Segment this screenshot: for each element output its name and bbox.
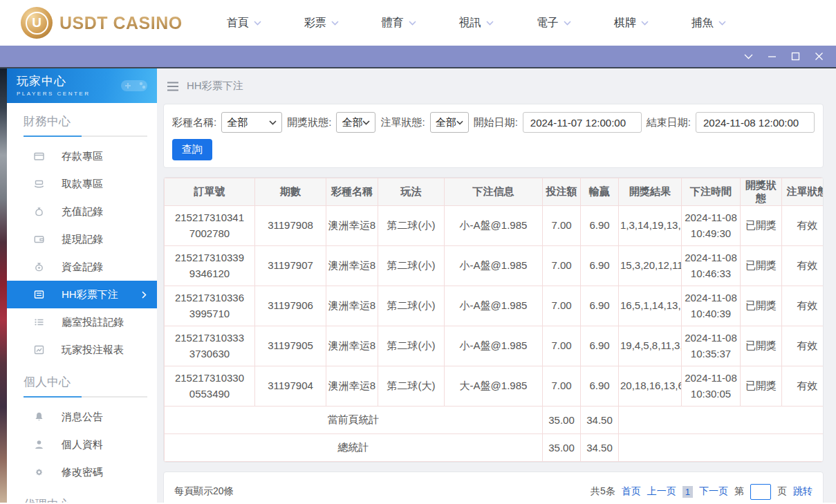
page-summary-winloss-total: 34.50	[581, 407, 619, 434]
start-date-input[interactable]	[523, 112, 642, 133]
window-minimize-button[interactable]	[765, 50, 778, 63]
table-cell: 小-A盤@1.985	[445, 326, 543, 366]
table-row: 215217310330055349031197904澳洲幸运8第二球(大)大-…	[165, 366, 824, 407]
table-cell: 15,3,20,12,11,10,6,5	[619, 246, 682, 286]
nav-item-fishing[interactable]: 捕魚	[691, 16, 726, 30]
bets-table-panel: 訂單號期數彩種名稱玩法下注信息投注額輸贏開獎結果下注時間開獎狀態注單狀態 215…	[163, 177, 824, 463]
table-cell: 31197908	[255, 206, 326, 246]
nav-item-home[interactable]: 首頁	[227, 16, 261, 30]
nav-item-sports[interactable]: 體育	[382, 16, 416, 30]
pagination-panel: 每頁顯示20條 共5条 首页 上一页 1 下一页 第 页 跳转	[163, 472, 824, 503]
wallet-icon	[33, 234, 46, 245]
nav-item-chess[interactable]: 棋牌	[614, 16, 649, 30]
next-page-link[interactable]: 下一页	[699, 485, 728, 498]
table-cell: 已開獎	[741, 366, 782, 407]
table-cell: 第二球(小)	[378, 246, 445, 286]
table-cell: 第二球(大)	[378, 366, 445, 407]
page-summary-label: 當前頁統計	[165, 407, 543, 434]
column-header: 開獎狀態	[741, 178, 782, 206]
search-button[interactable]: 查詢	[172, 139, 212, 160]
main-nav: 首頁 彩票 體育 視訊 電子 棋牌 捕魚	[227, 16, 726, 30]
chevron-down-icon	[409, 21, 416, 26]
chevron-down-icon	[744, 54, 753, 59]
nav-item-slots[interactable]: 電子	[537, 16, 571, 30]
chevron-down-icon	[254, 21, 261, 26]
brand-logo[interactable]: U USDT CASINO	[21, 7, 183, 39]
window-maximize-button[interactable]	[789, 50, 801, 63]
funds-bag-icon	[33, 261, 46, 272]
page-summary-empty	[619, 407, 824, 434]
recharge-bag-icon	[33, 206, 46, 217]
table-cell: 31197905	[255, 326, 326, 366]
page-size-text: 每頁顯示20條	[174, 485, 234, 498]
page-title: HH彩票下注	[187, 80, 243, 93]
sidebar-section-personal: 個人中心	[7, 364, 157, 390]
table-row: 215217310341700278031197908澳洲幸运8第二球(小)小-…	[165, 206, 824, 246]
table-cell: 小-A盤@1.985	[445, 206, 543, 246]
table-cell: 6.90	[581, 246, 619, 286]
table-cell: 7.00	[543, 326, 581, 366]
person-icon	[33, 439, 46, 450]
sidebar-item-deposit[interactable]: 存款專區	[7, 142, 157, 170]
jump-action-link[interactable]: 跳转	[793, 485, 812, 498]
window-titlebar	[0, 46, 836, 68]
order-status-select[interactable]: 全部	[430, 112, 469, 133]
nav-item-lottery[interactable]: 彩票	[304, 16, 339, 30]
chevron-down-icon	[718, 21, 726, 26]
sidebar-item-withdraw[interactable]: 取款專區	[7, 170, 157, 198]
bell-icon	[33, 411, 46, 422]
table-cell: 7.00	[543, 246, 581, 286]
sidebar-item-label: 修改密碼	[62, 466, 103, 479]
sidebar-item-messages[interactable]: 消息公告	[7, 403, 157, 431]
current-page-indicator[interactable]: 1	[682, 486, 693, 498]
brand-name: USDT CASINO	[59, 13, 183, 33]
end-date-input[interactable]	[696, 112, 815, 133]
window-collapse-button[interactable]	[742, 50, 754, 63]
grand-summary-label: 總統計	[165, 434, 543, 462]
sidebar-item-recharge-records[interactable]: 充值記錄	[7, 198, 157, 225]
jump-page-input[interactable]	[750, 484, 771, 500]
nav-label: 體育	[382, 16, 404, 30]
page-summary-row: 當前頁統計 35.00 34.50	[165, 407, 824, 434]
nav-label: 電子	[537, 16, 559, 30]
draw-status-label: 開獎狀態:	[287, 116, 331, 129]
sidebar-item-change-password[interactable]: 修改密碼	[7, 458, 157, 486]
lottery-type-select[interactable]: 全部	[221, 112, 282, 133]
table-cell: 2024-11-08 10:35:37	[682, 326, 741, 366]
table-header-row: 訂單號期數彩種名稱玩法下注信息投注額輸贏開獎結果下注時間開獎狀態注單狀態	[165, 178, 824, 206]
nav-label: 彩票	[304, 16, 326, 30]
column-header: 玩法	[378, 178, 445, 206]
table-cell: 7.00	[543, 286, 581, 326]
end-date-label: 結束日期:	[647, 116, 691, 129]
table-cell: 有效	[782, 366, 824, 407]
chevron-right-icon	[142, 291, 147, 299]
table-cell: 2152173103399346120	[165, 246, 255, 286]
workspace: 玩家中心 PLAYERS CENTER 財務中心 存款專區 取款專區 充值記錄 …	[0, 68, 836, 503]
minimize-icon	[768, 52, 777, 61]
background-image-strip	[0, 68, 7, 503]
sidebar-item-funds-records[interactable]: 資金記錄	[7, 253, 157, 281]
breadcrumb: HH彩票下注	[163, 68, 824, 104]
sidebar-item-withdrawal-records[interactable]: 提現記錄	[7, 225, 157, 253]
nav-item-video[interactable]: 視訊	[459, 16, 494, 30]
gamepad-icon	[118, 75, 150, 97]
table-cell: 7.00	[543, 206, 581, 246]
sidebar-item-player-bet-report[interactable]: 玩家投注報表	[7, 336, 157, 364]
sidebar-item-label: 資金記錄	[62, 261, 103, 274]
grand-summary-empty	[619, 434, 824, 462]
table-cell: 澳洲幸运8	[326, 326, 378, 366]
page-summary-bet-total: 35.00	[543, 407, 581, 434]
table-cell: 2024-11-08 10:46:33	[682, 246, 741, 286]
window-close-button[interactable]	[812, 50, 825, 63]
draw-status-select[interactable]: 全部	[336, 112, 375, 133]
prev-page-link[interactable]: 上一页	[647, 485, 676, 498]
sidebar-item-hh-lottery-bets[interactable]: HH彩票下注	[7, 281, 157, 308]
sidebar: 玩家中心 PLAYERS CENTER 財務中心 存款專區 取款專區 充值記錄 …	[7, 68, 157, 503]
grand-summary-row: 總統計 35.00 34.50	[165, 434, 824, 462]
table-cell: 31197904	[255, 366, 326, 407]
sidebar-item-profile[interactable]: 個人資料	[7, 431, 157, 458]
first-page-link[interactable]: 首页	[622, 485, 641, 498]
table-cell: 31197906	[255, 286, 326, 326]
hamburger-menu-icon[interactable]	[167, 82, 179, 91]
sidebar-item-room-bet-records[interactable]: 廳室投註記錄	[7, 308, 157, 336]
